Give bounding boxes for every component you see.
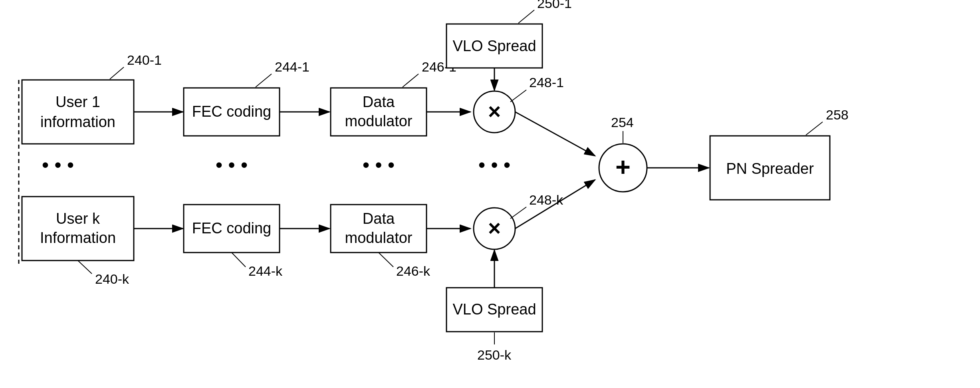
svg-text:information: information — [40, 113, 115, 130]
svg-text:248-1: 248-1 — [529, 75, 564, 90]
svg-text:246-k: 246-k — [396, 263, 430, 279]
svg-rect-4 — [22, 80, 134, 144]
svg-text:PN Spreader: PN Spreader — [726, 160, 814, 177]
block-diagram: User 1 information 240-1 • • • User k In… — [0, 0, 980, 388]
svg-text:VLO Spread: VLO Spread — [452, 301, 536, 318]
svg-text:244-1: 244-1 — [275, 59, 309, 74]
svg-text:250-k: 250-k — [477, 347, 512, 362]
svg-text:254: 254 — [611, 115, 634, 130]
svg-text:FEC coding: FEC coding — [192, 220, 272, 237]
svg-text:Data: Data — [363, 210, 395, 227]
svg-text:240-k: 240-k — [95, 271, 129, 287]
svg-text:• • •: • • • — [478, 154, 510, 176]
svg-text:×: × — [488, 216, 501, 241]
svg-text:modulator: modulator — [345, 113, 413, 129]
svg-text:258: 258 — [826, 107, 849, 122]
svg-text:250-1: 250-1 — [537, 0, 572, 11]
svg-text:User 1: User 1 — [56, 94, 100, 110]
svg-text:248-k: 248-k — [529, 192, 563, 207]
svg-text:• • •: • • • — [216, 154, 248, 176]
svg-text:240-1: 240-1 — [127, 52, 162, 68]
svg-text:FEC coding: FEC coding — [192, 103, 272, 120]
svg-text:×: × — [488, 99, 501, 124]
svg-text:Data: Data — [363, 94, 395, 110]
svg-text:Information: Information — [40, 229, 116, 246]
svg-text:VLO Spread: VLO Spread — [452, 38, 536, 54]
svg-text:+: + — [615, 152, 631, 181]
svg-text:244-k: 244-k — [248, 263, 283, 279]
svg-text:User k: User k — [56, 210, 100, 227]
svg-text:• • •: • • • — [363, 154, 395, 176]
svg-rect-10 — [22, 197, 134, 261]
svg-text:modulator: modulator — [345, 229, 413, 246]
svg-text:• • •: • • • — [42, 154, 74, 176]
